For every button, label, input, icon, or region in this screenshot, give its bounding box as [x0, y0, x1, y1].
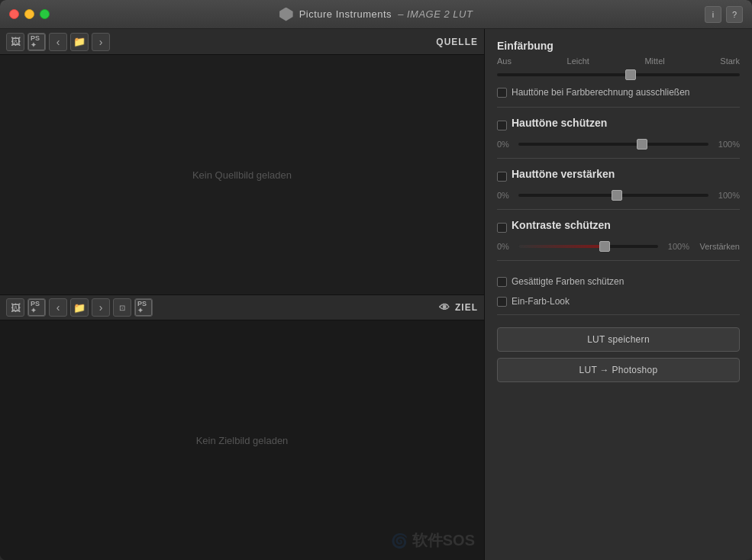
- source-ps-badge: PS ✦: [28, 34, 45, 50]
- hauttoene-farbberechnung-label: Hauttöne bei Farbberechnung ausschließen: [512, 87, 689, 98]
- hauttoene-verstaerken-header: Hauttöne verstärken: [497, 168, 740, 185]
- titlebar-buttons: i ?: [705, 6, 743, 23]
- target-next-button[interactable]: ›: [92, 298, 110, 317]
- chevron-right-icon: ›: [99, 36, 103, 48]
- hauttoene-schuetzen-checkbox[interactable]: [497, 121, 507, 130]
- hauttoene-schuetzen-slider-row: 0% 100%: [497, 138, 740, 150]
- close-button[interactable]: [9, 9, 19, 19]
- folder-icon: 📁: [73, 36, 86, 47]
- hauttoene-verstaerken-right-label: 100%: [713, 191, 740, 200]
- hauttoene-schuetzen-header: Hauttöne schützen: [497, 117, 740, 134]
- hauttoene-verstaerken-checkbox[interactable]: [497, 172, 507, 182]
- target-chevron-left-icon: ‹: [56, 301, 60, 314]
- action-buttons: LUT speichern LUT → Photoshop: [497, 327, 740, 382]
- target-empty-text: Kein Zielbild geladen: [196, 435, 289, 446]
- titlebar-title: Picture Instruments – IMAGE 2 LUT: [279, 8, 473, 21]
- target-label: ZIEL: [455, 302, 478, 313]
- kontraste-schuetzen-header: Kontraste schützen: [497, 219, 740, 236]
- gesaettigte-farben-checkbox[interactable]: [497, 277, 507, 287]
- kontraste-schuetzen-section: Kontraste schützen 0% 100% Verstärken: [497, 219, 740, 261]
- eye-icon[interactable]: 👁: [439, 301, 450, 314]
- target-ps2-badge: PS ✦: [135, 299, 152, 316]
- einfaerbung-section: Einfärbung Aus Leicht Mittel Stark Hautt…: [497, 40, 740, 108]
- label-mittel: Mittel: [644, 56, 664, 66]
- source-next-button[interactable]: ›: [92, 33, 110, 51]
- maximize-button[interactable]: [40, 9, 50, 19]
- hauttoene-schuetzen-left-label: 0%: [497, 140, 514, 149]
- app-title: Picture Instruments: [299, 8, 392, 20]
- kontraste-schuetzen-left-label: 0%: [497, 242, 514, 251]
- source-label: QUELLE: [436, 37, 478, 47]
- watermark-text: 🌀 软件SOS: [391, 530, 475, 551]
- kontraste-schuetzen-thumb[interactable]: [599, 241, 610, 252]
- target-ps2-button[interactable]: PS ✦: [134, 298, 153, 317]
- lut-speichern-button[interactable]: LUT speichern: [497, 327, 740, 352]
- target-folder-button[interactable]: 📁: [70, 298, 89, 317]
- hauttoene-schuetzen-title: Hauttöne schützen: [512, 117, 607, 129]
- kontraste-schuetzen-track: [518, 245, 658, 248]
- target-folder-icon: 📁: [73, 302, 86, 314]
- right-panel: Einfärbung Aus Leicht Mittel Stark Hautt…: [485, 29, 752, 560]
- einfaerbung-title: Einfärbung: [497, 40, 740, 52]
- kontraste-schuetzen-right-label: 100%: [663, 242, 689, 251]
- target-compare-button[interactable]: ⊡: [113, 298, 131, 317]
- ein-farb-look-label: Ein-Farb-Look: [512, 296, 570, 307]
- titlebar: Picture Instruments – IMAGE 2 LUT i ?: [0, 0, 752, 29]
- hauttoene-farbberechnung-checkbox[interactable]: [497, 88, 507, 98]
- target-prev-button[interactable]: ‹: [49, 298, 67, 317]
- main-container: 🖼 PS ✦ ‹ 📁 › QUELLE Kein Quellbild gelad…: [0, 29, 752, 560]
- target-ps-badge: PS ✦: [28, 299, 45, 316]
- kontraste-schuetzen-title: Kontraste schützen: [512, 219, 611, 231]
- chevron-left-icon: ‹: [56, 36, 60, 48]
- target-label-area: 👁 ZIEL: [439, 301, 478, 314]
- gesaettigte-farben-label: Gesättigte Farben schützen: [512, 276, 624, 287]
- hauttoene-verstaerken-title: Hauttöne verstärken: [512, 168, 615, 180]
- hauttoene-verstaerken-section: Hauttöne verstärken 0% 100%: [497, 168, 740, 210]
- einfaerbung-thumb[interactable]: [625, 69, 636, 80]
- label-aus: Aus: [497, 56, 512, 66]
- target-toolbar: 🖼 PS ✦ ‹ 📁 › ⊡ PS ✦ 👁 ZIEL: [0, 294, 484, 320]
- hauttoene-schuetzen-right-label: 100%: [713, 140, 740, 149]
- einfaerbung-slider-labels: Aus Leicht Mittel Stark: [497, 56, 740, 66]
- minimize-button[interactable]: [24, 9, 34, 19]
- source-camera-button[interactable]: 🖼: [6, 33, 24, 51]
- app-icon: [279, 8, 293, 21]
- help-button[interactable]: ?: [726, 6, 743, 23]
- label-leicht: Leicht: [567, 56, 589, 66]
- watermark-label: 软件SOS: [412, 532, 475, 549]
- hauttoene-farbberechnung-row: Hauttöne bei Farbberechnung ausschließen: [497, 87, 740, 98]
- lut-photoshop-button[interactable]: LUT → Photoshop: [497, 358, 740, 382]
- hauttoene-schuetzen-thumb[interactable]: [637, 139, 647, 150]
- ein-farb-look-row: Ein-Farb-Look: [497, 296, 740, 307]
- source-prev-button[interactable]: ‹: [49, 33, 67, 51]
- bottom-checkboxes: Gesättigte Farben schützen Ein-Farb-Look: [497, 270, 740, 315]
- source-image-area: Kein Quellbild geladen: [0, 55, 484, 294]
- hauttoene-schuetzen-section: Hauttöne schützen 0% 100%: [497, 117, 740, 159]
- hauttoene-verstaerken-track: [518, 194, 708, 197]
- kontraste-schuetzen-slider-row: 0% 100% Verstärken: [497, 240, 740, 253]
- hauttoene-verstaerken-slider-row: 0% 100%: [497, 189, 740, 201]
- gesaettigte-farben-row: Gesättigte Farben schützen: [497, 276, 740, 287]
- target-camera-button[interactable]: 🖼: [6, 298, 24, 317]
- einfaerbung-slider[interactable]: [497, 69, 740, 81]
- target-chevron-right-icon: ›: [99, 301, 103, 314]
- label-stark: Stark: [720, 56, 740, 66]
- target-image-area: Kein Zielbild geladen 🌀 软件SOS: [0, 320, 484, 560]
- source-toolbar: 🖼 PS ✦ ‹ 📁 › QUELLE: [0, 29, 484, 55]
- hauttoene-schuetzen-track: [518, 143, 708, 146]
- kontraste-schuetzen-checkbox[interactable]: [497, 223, 507, 233]
- ein-farb-look-checkbox[interactable]: [497, 297, 507, 307]
- source-empty-text: Kein Quellbild geladen: [192, 169, 292, 181]
- hauttoene-verstaerken-thumb[interactable]: [612, 190, 622, 201]
- target-ps-button[interactable]: PS ✦: [27, 298, 46, 317]
- traffic-lights: [9, 9, 50, 19]
- hauttoene-verstaerken-slider[interactable]: [518, 189, 708, 201]
- info-button[interactable]: i: [705, 6, 721, 23]
- kontraste-schuetzen-slider[interactable]: [518, 240, 658, 253]
- source-folder-button[interactable]: 📁: [70, 33, 89, 51]
- source-ps-button[interactable]: PS ✦: [27, 33, 46, 51]
- hauttoene-schuetzen-slider[interactable]: [518, 138, 708, 150]
- left-panel: 🖼 PS ✦ ‹ 📁 › QUELLE Kein Quellbild gelad…: [0, 29, 485, 560]
- einfaerbung-track: [497, 73, 740, 76]
- hauttoene-verstaerken-left-label: 0%: [497, 191, 514, 200]
